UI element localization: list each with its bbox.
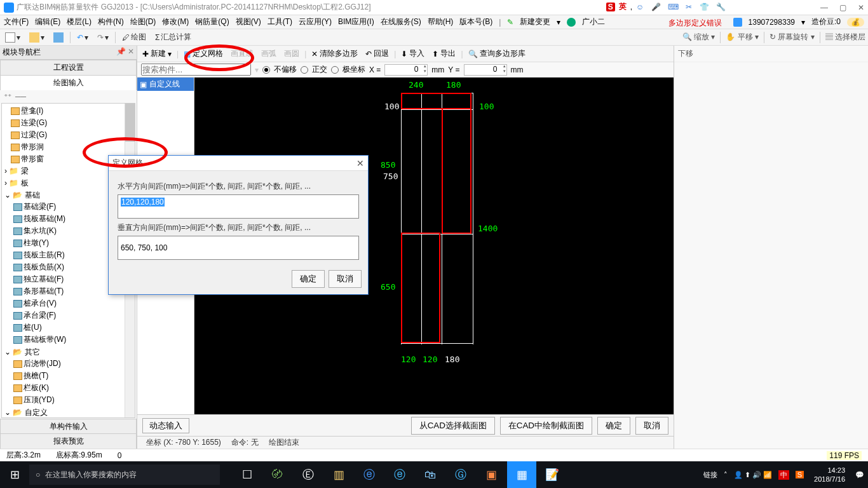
in-cad-button[interactable]: 在CAD中绘制截面图 — [500, 417, 592, 435]
footer-status: 层高:3.2m 底标高:9.95m 0 119 FPS — [0, 449, 868, 461]
menu-edit[interactable]: 编辑(E) — [35, 17, 60, 27]
draw-button[interactable]: 🖊 绘图 — [119, 32, 149, 43]
tab-draw-input[interactable]: 绘图输入 — [0, 75, 137, 90]
dialog-close-icon[interactable]: ✕ — [356, 158, 364, 168]
menu-help[interactable]: 帮助(H) — [428, 17, 454, 27]
menu-draw[interactable]: 绘图(D) — [130, 17, 156, 27]
user-phone[interactable]: 13907298339 — [749, 18, 795, 27]
ok-button[interactable]: 确定 — [597, 417, 630, 435]
dialog-ok-button[interactable]: 确定 — [292, 270, 325, 288]
list-item-custom-line[interactable]: 自定义线 — [137, 78, 194, 91]
close-pane-icon[interactable]: ✕ — [128, 47, 134, 56]
menu-new-change[interactable]: 新建变更 — [520, 17, 550, 27]
open-file-button[interactable]: ▾ — [27, 32, 47, 43]
query-polygon-button[interactable]: 🔍 查询多边形库 — [466, 48, 528, 59]
menu-modify[interactable]: 修改(M) — [162, 17, 189, 27]
undo-button[interactable]: ▾ — [74, 33, 91, 42]
pan-button[interactable]: ✋ 平移 ▾ — [726, 32, 759, 43]
window-titlebar: 广联达BIM钢筋算量软件 GGJ2013 - [C:\Users\Adminis… — [0, 0, 868, 15]
y-input[interactable]: 0 — [464, 64, 507, 76]
sogou-icon[interactable]: S — [606, 3, 615, 11]
left-pane-title: 模块导航栏 — [3, 47, 41, 58]
sum-calc-button[interactable]: Σ 汇总计算 — [153, 32, 194, 43]
ie-icon[interactable]: ⓔ — [385, 461, 414, 488]
menu-online[interactable]: 在线服务(S) — [381, 17, 421, 27]
ime-lang[interactable]: 英 — [619, 1, 627, 12]
dialog-cancel-button[interactable]: 取消 — [329, 270, 362, 288]
tab-report-preview[interactable]: 报表预览 — [0, 433, 137, 449]
folder-icon[interactable]: ▥ — [324, 461, 353, 488]
tree-expand-icon[interactable]: ⁺⁺ — [4, 92, 11, 101]
notification-icon[interactable]: 💬 — [855, 471, 864, 479]
app-icon-3[interactable]: ▣ — [477, 461, 506, 488]
tree-toolbar: ⁺⁺ ── — [0, 90, 137, 103]
edge-icon[interactable]: ⓔ — [355, 461, 384, 488]
radio-no-offset[interactable] — [262, 66, 270, 74]
taskbar-search[interactable]: 在这里输入你要搜索的内容 — [29, 464, 220, 485]
new-file-button[interactable]: ▾ — [3, 32, 23, 43]
ime-tools[interactable]: ☺ 🎤 ⌨ ✂ 👕 🔧 — [636, 3, 728, 11]
menu-view[interactable]: 视图(V) — [236, 17, 261, 27]
windows-taskbar: 在这里输入你要搜索的内容 ☐ 〄 Ⓔ ▥ ⓔ ⓔ 🛍 Ⓖ ▣ ▦ 📝 链接 ˄ … — [0, 461, 868, 488]
menu-assistant[interactable]: 广小二 — [582, 17, 605, 27]
radio-polar[interactable] — [331, 66, 339, 74]
store-icon[interactable]: 🛍 — [416, 461, 445, 488]
currency-icon[interactable]: 💰 — [847, 18, 864, 27]
tab-project-settings[interactable]: 工程设置 — [0, 60, 137, 75]
app-icon-4[interactable]: ▦ — [507, 461, 536, 488]
new-button[interactable]: ✚ 新建 ▾ — [140, 48, 174, 59]
tray-sogou-icon[interactable]: S — [796, 471, 804, 478]
menu-floor[interactable]: 楼层(L) — [67, 17, 92, 27]
draw-arc-button[interactable]: 画弧 — [259, 48, 279, 59]
error-text: 多边形定义错误 — [668, 18, 722, 29]
dynamic-input-button[interactable]: 动态输入 — [142, 418, 189, 433]
menu-cloud[interactable]: 云应用(Y) — [299, 17, 332, 27]
menu-rebar[interactable]: 钢筋量(Q) — [195, 17, 229, 27]
search-component-input[interactable] — [141, 64, 251, 76]
select-floor-button[interactable]: ▤ 选择楼层 — [825, 32, 865, 43]
menu-version[interactable]: 版本号(B) — [459, 17, 492, 27]
define-grid-button[interactable]: ▦ 定义网格 — [181, 48, 226, 59]
export-button[interactable]: ⬆ 导出 — [430, 48, 458, 59]
bottom-elevation: 底标高:9.95m — [56, 450, 102, 461]
menu-bim[interactable]: BIM应用(I) — [338, 17, 374, 27]
app-icon-1[interactable]: 〄 — [263, 461, 292, 488]
tab-single-input[interactable]: 单构件输入 — [0, 419, 137, 434]
import-button[interactable]: ⬇ 导入 — [398, 48, 427, 59]
tree-collapse-icon[interactable]: ── — [15, 92, 26, 101]
tray-icons[interactable]: 👤 ⬆ 🔊 📶 — [734, 471, 772, 479]
maximize-button[interactable]: ▢ — [839, 3, 846, 12]
edge-legacy-icon[interactable]: Ⓔ — [294, 461, 323, 488]
zoom-button[interactable]: 🔍 缩放 ▾ — [682, 32, 715, 43]
menu-file[interactable]: 文件(F) — [4, 17, 29, 27]
tray-ime-badge[interactable]: 中 — [778, 470, 789, 480]
app-icon-2[interactable]: Ⓖ — [446, 461, 475, 488]
from-cad-button[interactable]: 从CAD选择截面图 — [411, 417, 495, 435]
start-button[interactable] — [0, 461, 29, 488]
chevron-up-icon[interactable]: ˄ — [724, 471, 728, 479]
taskbar-clock[interactable]: 14:232018/7/16 — [810, 466, 849, 484]
h-spacing-input[interactable]: 120,120,180 — [118, 194, 359, 219]
menu-tool[interactable]: 工具(T) — [268, 17, 292, 27]
close-button[interactable]: ✕ — [858, 3, 864, 12]
draw-line-button[interactable]: 画直线 — [228, 48, 256, 59]
menu-component[interactable]: 构件(N) — [98, 17, 124, 27]
clear-polygon-button[interactable]: ✕ 清除多边形 — [309, 48, 360, 59]
rotate-button[interactable]: ↻ 屏幕旋转 ▾ — [770, 32, 815, 43]
minimize-button[interactable]: — — [820, 3, 828, 12]
x-input[interactable]: 0 — [384, 64, 428, 76]
save-file-button[interactable] — [51, 32, 66, 43]
define-grid-dialog: 定义网格 ✕ 水平方向间距(mm)=>间距*个数, 间距, 间距*个数, 间距,… — [108, 155, 369, 295]
radio-ortho[interactable] — [301, 66, 308, 74]
back-button[interactable]: ↶ 回退 — [363, 48, 391, 59]
task-view-icon[interactable]: ☐ — [233, 461, 262, 488]
redo-button[interactable]: ▾ — [95, 33, 111, 42]
pin-icon[interactable]: 📌 — [116, 47, 126, 56]
tray-link[interactable]: 链接 — [703, 470, 717, 480]
cancel-button[interactable]: 取消 — [635, 417, 668, 435]
draw-circle-button[interactable]: 画圆 — [281, 48, 302, 59]
move-down-label[interactable]: 下移 — [674, 46, 868, 62]
app-icon-5[interactable]: 📝 — [538, 461, 567, 488]
status-coord: 坐标 (X: -780 Y: 1655) — [141, 437, 226, 448]
v-spacing-input[interactable] — [118, 236, 359, 260]
